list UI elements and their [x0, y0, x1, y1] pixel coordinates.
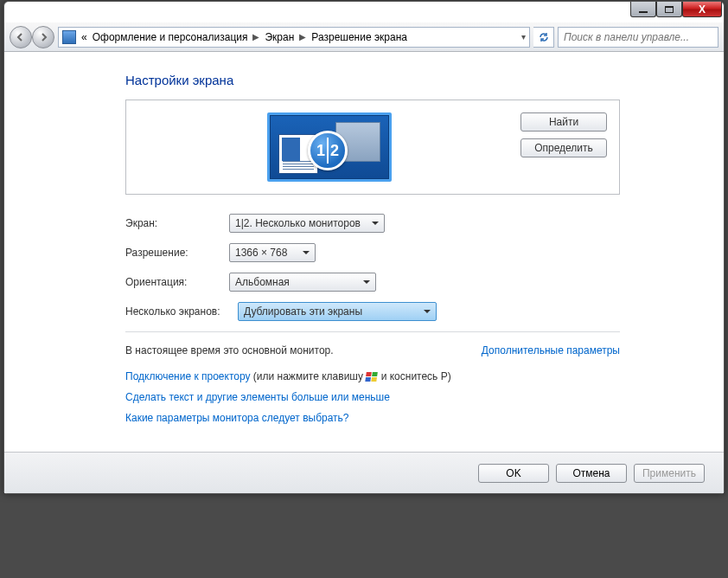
chevron-right-icon: ▶ — [252, 32, 259, 42]
advanced-settings-link[interactable]: Дополнительные параметры — [482, 344, 620, 356]
breadcrumb-prefix: « — [81, 31, 87, 43]
apply-button: Применить — [634, 464, 705, 483]
display-settings-window: X « Оформление и персонализация ▶ Экран … — [3, 1, 725, 494]
identify-button[interactable]: Определить — [520, 138, 607, 157]
dropdown-icon[interactable]: ▾ — [521, 32, 526, 42]
which-params-link[interactable]: Какие параметры монитора следует выбрать… — [125, 412, 349, 424]
breadcrumb-level1[interactable]: Оформление и персонализация — [93, 31, 248, 43]
monitor-badge: 1 2 — [308, 131, 348, 170]
projector-hint-pre: (или нажмите клавишу — [251, 370, 367, 382]
text-size-link[interactable]: Сделать текст и другие элементы больше и… — [125, 391, 390, 403]
maximize-button[interactable] — [656, 2, 682, 17]
projector-link[interactable]: Подключение к проектору — [125, 370, 251, 382]
multi-screens-label: Несколько экранов: — [125, 305, 238, 318]
badge-1: 1 — [316, 142, 325, 160]
close-button[interactable]: X — [682, 2, 722, 17]
screen-select[interactable]: 1|2. Несколько мониторов — [229, 214, 385, 233]
monitor-stage: 1 2 — [267, 112, 392, 182]
breadcrumb-level2[interactable]: Экран — [265, 31, 294, 43]
badge-2: 2 — [330, 142, 339, 160]
resolution-select-value: 1366 × 768 — [235, 247, 287, 259]
windows-key-icon — [365, 372, 379, 382]
footer: OK Отмена Применить — [4, 452, 724, 493]
back-button[interactable] — [10, 26, 32, 48]
refresh-icon — [538, 31, 550, 43]
screen-label: Экран: — [125, 217, 229, 229]
chevron-right-icon: ▶ — [299, 32, 306, 42]
resolution-select[interactable]: 1366 × 768 — [229, 243, 316, 262]
control-panel-icon — [62, 30, 76, 44]
orientation-select-value: Альбомная — [235, 276, 290, 288]
find-button[interactable]: Найти — [520, 112, 607, 132]
monitor-preview-box: 1 2 Найти Определить — [125, 100, 620, 195]
page-title: Настройки экрана — [125, 73, 620, 87]
projector-hint-post: и коснитесь P) — [378, 370, 450, 382]
breadcrumb-level3[interactable]: Разрешение экрана — [311, 31, 407, 43]
content-area: Настройки экрана 1 2 Найти — [4, 52, 724, 452]
breadcrumb[interactable]: « Оформление и персонализация ▶ Экран ▶ … — [58, 27, 530, 48]
navbar: « Оформление и персонализация ▶ Экран ▶ … — [4, 22, 724, 52]
main-monitor-status: В настоящее время это основной монитор. — [125, 344, 334, 356]
arrow-left-icon — [16, 33, 25, 42]
refresh-button[interactable] — [533, 27, 554, 48]
ok-button[interactable]: OK — [478, 464, 549, 483]
resolution-label: Разрешение: — [125, 247, 229, 259]
minimize-button[interactable] — [630, 2, 656, 17]
search-input[interactable] — [558, 27, 718, 48]
monitor-diagram[interactable]: 1 2 — [267, 112, 392, 182]
cancel-button[interactable]: Отмена — [556, 464, 627, 483]
nav-arrows — [10, 26, 54, 48]
multi-screens-select[interactable]: Дублировать эти экраны — [238, 302, 437, 321]
orientation-select[interactable]: Альбомная — [229, 273, 376, 292]
titlebar: X — [630, 2, 724, 22]
separator — [125, 331, 620, 332]
close-icon: X — [699, 3, 706, 16]
screen-select-value: 1|2. Несколько мониторов — [235, 217, 361, 229]
multi-screens-select-value: Дублировать эти экраны — [244, 305, 362, 318]
arrow-right-icon — [39, 33, 48, 42]
forward-button[interactable] — [32, 26, 54, 48]
orientation-label: Ориентация: — [125, 276, 229, 288]
